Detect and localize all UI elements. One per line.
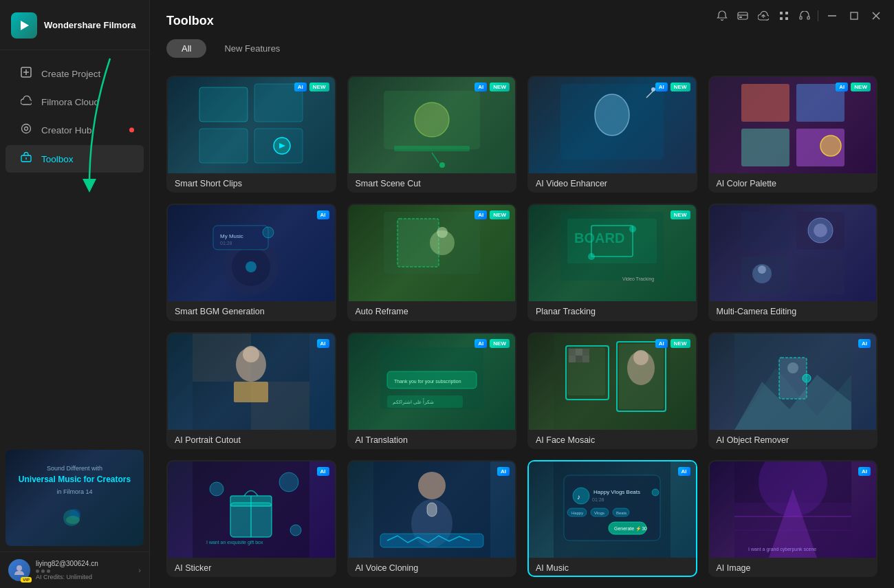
svg-point-105 <box>210 482 224 496</box>
tab-all[interactable]: All <box>166 39 206 58</box>
user-dots <box>36 569 133 573</box>
svg-rect-19 <box>785 17 788 20</box>
card-badges-ai-image: AI <box>858 467 871 476</box>
svg-rect-89 <box>582 356 589 362</box>
svg-rect-18 <box>780 17 783 20</box>
card-label-ai-face-mosaic: AI Face Mosaic <box>529 430 696 449</box>
tool-card-ai-translation[interactable]: Thank you for your subscription شكراً عل… <box>347 332 517 449</box>
ai-badge: AI <box>475 210 487 219</box>
svg-rect-28 <box>199 129 248 163</box>
svg-rect-88 <box>576 356 582 362</box>
titlebar-separator <box>818 10 818 21</box>
vip-badge: VIP <box>21 577 32 582</box>
svg-rect-40 <box>741 84 789 122</box>
svg-point-106 <box>279 472 298 492</box>
creator-hub-notification-dot <box>129 128 134 133</box>
thumb-content-auto-reframe <box>349 205 516 301</box>
headset-icon[interactable] <box>794 6 815 26</box>
svg-rect-26 <box>199 87 248 122</box>
svg-point-10 <box>66 516 80 524</box>
apps-grid-icon[interactable] <box>774 6 794 26</box>
card-badges-ai-video-enhancer: AINEW <box>655 83 690 91</box>
svg-point-5 <box>25 127 28 131</box>
tool-card-planar-tracking[interactable]: BOARD Video Tracking NEW Planar Tracking <box>527 204 697 320</box>
maximize-button[interactable] <box>843 6 865 26</box>
card-thumbnail-smart-scene-cut: AINEW <box>349 77 516 173</box>
ai-badge: AI <box>317 339 329 348</box>
title-bar <box>705 0 894 32</box>
tool-card-multi-camera-editing[interactable]: Multi-Camera Editing <box>708 204 878 320</box>
user-profile[interactable]: VIP liying82@300624.cn AI Credits: Unlim… <box>0 552 149 588</box>
new-badge: NEW <box>670 339 690 348</box>
svg-text:BOARD: BOARD <box>574 230 624 246</box>
sidebar-item-filmora-cloud[interactable]: Filmora Cloud <box>6 89 144 115</box>
cloud-upload-icon[interactable] <box>753 6 774 26</box>
close-button[interactable] <box>865 6 887 26</box>
svg-point-11 <box>17 565 22 571</box>
svg-point-32 <box>415 102 449 137</box>
card-badges-ai-color-palette: AINEW <box>836 83 871 91</box>
tool-card-smart-scene-cut[interactable]: AINEW Smart Scene Cut <box>347 76 517 193</box>
tool-card-ai-object-remover[interactable]: AI AI Object Remover <box>708 332 878 449</box>
new-badge: NEW <box>309 83 329 91</box>
sidebar-item-label-filmora-cloud: Filmora Cloud <box>41 97 99 107</box>
ai-badge: AI <box>497 467 510 476</box>
thumb-content-ai-face-mosaic <box>529 334 696 430</box>
thumb-content-ai-video-enhancer <box>529 77 696 173</box>
thumb-content-ai-sticker: I want an exquisite gift box <box>168 461 335 558</box>
svg-text:I want a grand cyberpunk scene: I want a grand cyberpunk scene <box>748 547 816 552</box>
svg-rect-84 <box>569 349 576 356</box>
creator-hub-icon <box>19 123 33 137</box>
subscription-icon[interactable] <box>732 6 753 26</box>
user-name: liying82@300624.cn <box>36 560 133 567</box>
tool-card-ai-music[interactable]: ♪ Happy Vlogs Beats 01:28 Happy Vlogs Be… <box>527 460 697 577</box>
svg-point-35 <box>439 162 445 168</box>
card-thumbnail-smart-short-clips: AINEW <box>168 77 335 173</box>
card-badges-ai-translation: AINEW <box>475 339 510 348</box>
svg-point-100 <box>803 374 811 382</box>
card-badges-smart-short-clips: AINEW <box>294 83 329 91</box>
tool-card-smart-short-clips[interactable]: AINEW Smart Short Clips <box>166 76 336 193</box>
sidebar-banner[interactable]: Sound Different with Universal Music for… <box>6 450 144 546</box>
sidebar-item-toolbox[interactable]: Toolbox <box>6 145 144 173</box>
card-thumbnail-ai-color-palette: AINEW <box>710 77 877 173</box>
tool-card-ai-sticker[interactable]: I want an exquisite gift box AI AI Stick… <box>166 460 336 577</box>
card-badges-ai-object-remover: AI <box>858 339 871 348</box>
card-thumbnail-ai-video-enhancer: AINEW <box>529 77 696 173</box>
svg-rect-87 <box>569 356 576 362</box>
tool-card-ai-face-mosaic[interactable]: AINEW AI Face Mosaic <box>527 332 697 449</box>
minimize-button[interactable] <box>821 6 843 26</box>
ai-badge: AI <box>858 339 871 348</box>
tool-card-smart-bgm-generation[interactable]: My Music 01:28 AI Smart BGM Generation <box>166 204 336 320</box>
tool-card-ai-video-enhancer[interactable]: AINEW AI Video Enhancer <box>527 76 697 193</box>
sidebar-item-label-creator-hub: Creator Hub <box>41 125 92 135</box>
tab-new-features[interactable]: New Features <box>209 39 295 58</box>
svg-rect-42 <box>741 129 789 166</box>
sidebar-item-create-project[interactable]: Create Project <box>6 60 144 87</box>
tool-card-ai-voice-cloning[interactable]: AI AI Voice Cloning <box>347 460 517 577</box>
svg-rect-66 <box>796 257 844 294</box>
ai-badge: AI <box>317 467 329 476</box>
tool-card-ai-color-palette[interactable]: AINEW AI Color Palette <box>708 76 878 193</box>
card-thumbnail-ai-object-remover: AI <box>710 334 877 430</box>
thumb-content-planar-tracking: BOARD Video Tracking <box>529 205 696 301</box>
sidebar-nav: Create Project Filmora Cloud <box>0 50 149 444</box>
card-thumbnail-ai-image: I want a grand cyberpunk scene AI <box>710 461 877 558</box>
sidebar-item-creator-hub[interactable]: Creator Hub <box>6 116 144 144</box>
tool-card-ai-image[interactable]: I want a grand cyberpunk scene AI AI Ima… <box>708 460 878 577</box>
notification-icon[interactable] <box>712 6 732 26</box>
svg-point-110 <box>418 472 446 499</box>
thumb-content-multi-camera-editing <box>710 205 877 301</box>
ai-badge: AI <box>475 339 487 348</box>
tool-card-auto-reframe[interactable]: AINEW Auto Reframe <box>347 204 517 320</box>
card-label-smart-bgm-generation: Smart BGM Generation <box>168 301 335 320</box>
new-badge: NEW <box>670 210 690 219</box>
svg-text:My Music: My Music <box>220 233 243 239</box>
tool-card-ai-portrait-cutout[interactable]: AI AI Portrait Cutout <box>166 332 336 449</box>
svg-point-61 <box>588 253 595 260</box>
toolbox-icon <box>19 152 33 166</box>
ai-badge: AI <box>655 83 668 91</box>
card-badges-planar-tracking: NEW <box>670 210 690 219</box>
new-badge: NEW <box>670 83 690 91</box>
user-avatar: VIP <box>8 559 30 581</box>
